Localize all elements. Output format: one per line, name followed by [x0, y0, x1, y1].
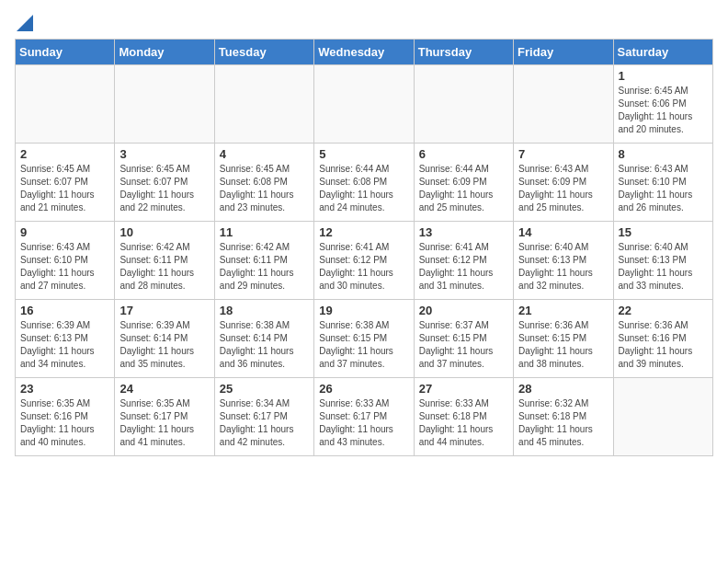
- day-info: Sunrise: 6:44 AM Sunset: 6:08 PM Dayligh…: [319, 163, 408, 214]
- calendar-cell: 16Sunrise: 6:39 AM Sunset: 6:13 PM Dayli…: [16, 300, 115, 378]
- column-header-wednesday: Wednesday: [314, 40, 414, 65]
- day-number: 20: [419, 304, 508, 317]
- calendar-cell: 18Sunrise: 6:38 AM Sunset: 6:14 PM Dayli…: [214, 300, 313, 378]
- calendar-cell: 14Sunrise: 6:40 AM Sunset: 6:13 PM Dayli…: [514, 222, 613, 300]
- calendar-week-row: 9Sunrise: 6:43 AM Sunset: 6:10 PM Daylig…: [16, 222, 713, 300]
- header: [15, 15, 713, 31]
- calendar-cell: [613, 378, 712, 456]
- calendar-week-row: 16Sunrise: 6:39 AM Sunset: 6:13 PM Dayli…: [16, 300, 713, 378]
- day-info: Sunrise: 6:43 AM Sunset: 6:10 PM Dayligh…: [619, 163, 708, 214]
- day-number: 15: [619, 225, 708, 239]
- day-number: 6: [419, 147, 508, 161]
- day-info: Sunrise: 6:35 AM Sunset: 6:17 PM Dayligh…: [119, 397, 209, 449]
- calendar-cell: 26Sunrise: 6:33 AM Sunset: 6:17 PM Dayli…: [314, 378, 414, 456]
- calendar-cell: 9Sunrise: 6:43 AM Sunset: 6:10 PM Daylig…: [16, 222, 115, 300]
- calendar-cell: [115, 65, 214, 144]
- day-info: Sunrise: 6:45 AM Sunset: 6:07 PM Dayligh…: [119, 163, 209, 214]
- calendar-cell: 12Sunrise: 6:41 AM Sunset: 6:12 PM Dayli…: [314, 222, 414, 300]
- calendar-cell: 13Sunrise: 6:41 AM Sunset: 6:12 PM Dayli…: [414, 222, 513, 300]
- day-info: Sunrise: 6:36 AM Sunset: 6:15 PM Dayligh…: [518, 319, 608, 371]
- calendar-table: SundayMondayTuesdayWednesdayThursdayFrid…: [15, 39, 713, 456]
- day-info: Sunrise: 6:42 AM Sunset: 6:11 PM Dayligh…: [220, 241, 309, 293]
- day-number: 11: [220, 225, 309, 239]
- day-number: 18: [220, 304, 309, 317]
- calendar-cell: 5Sunrise: 6:44 AM Sunset: 6:08 PM Daylig…: [314, 144, 414, 222]
- calendar-week-row: 1Sunrise: 6:45 AM Sunset: 6:06 PM Daylig…: [16, 65, 713, 144]
- calendar-cell: 6Sunrise: 6:44 AM Sunset: 6:09 PM Daylig…: [414, 144, 513, 222]
- calendar-cell: 2Sunrise: 6:45 AM Sunset: 6:07 PM Daylig…: [16, 144, 115, 222]
- calendar-body: 1Sunrise: 6:45 AM Sunset: 6:06 PM Daylig…: [16, 65, 713, 456]
- calendar-cell: 21Sunrise: 6:36 AM Sunset: 6:15 PM Dayli…: [514, 300, 613, 378]
- calendar-cell: 17Sunrise: 6:39 AM Sunset: 6:14 PM Dayli…: [115, 300, 214, 378]
- day-number: 10: [119, 225, 209, 239]
- day-number: 7: [518, 147, 608, 161]
- calendar-cell: [314, 65, 414, 144]
- calendar-cell: 8Sunrise: 6:43 AM Sunset: 6:10 PM Daylig…: [613, 144, 712, 222]
- day-info: Sunrise: 6:39 AM Sunset: 6:14 PM Dayligh…: [119, 319, 209, 371]
- day-number: 14: [518, 225, 608, 239]
- column-header-tuesday: Tuesday: [214, 40, 313, 65]
- day-number: 25: [220, 382, 309, 396]
- day-info: Sunrise: 6:40 AM Sunset: 6:13 PM Dayligh…: [619, 241, 708, 293]
- svg-marker-0: [17, 15, 33, 31]
- column-header-friday: Friday: [514, 40, 613, 65]
- day-number: 5: [319, 147, 408, 161]
- day-info: Sunrise: 6:45 AM Sunset: 6:07 PM Dayligh…: [20, 163, 109, 214]
- day-info: Sunrise: 6:43 AM Sunset: 6:10 PM Dayligh…: [20, 241, 109, 293]
- day-info: Sunrise: 6:42 AM Sunset: 6:11 PM Dayligh…: [119, 241, 209, 293]
- calendar-cell: 4Sunrise: 6:45 AM Sunset: 6:08 PM Daylig…: [214, 144, 313, 222]
- day-info: Sunrise: 6:45 AM Sunset: 6:06 PM Dayligh…: [619, 85, 708, 136]
- day-info: Sunrise: 6:32 AM Sunset: 6:18 PM Dayligh…: [518, 397, 608, 449]
- day-info: Sunrise: 6:45 AM Sunset: 6:08 PM Dayligh…: [220, 163, 309, 214]
- column-header-sunday: Sunday: [16, 40, 115, 65]
- calendar-cell: 22Sunrise: 6:36 AM Sunset: 6:16 PM Dayli…: [613, 300, 712, 378]
- calendar-cell: 3Sunrise: 6:45 AM Sunset: 6:07 PM Daylig…: [115, 144, 214, 222]
- day-number: 27: [419, 382, 508, 396]
- day-info: Sunrise: 6:38 AM Sunset: 6:15 PM Dayligh…: [319, 319, 408, 371]
- day-info: Sunrise: 6:37 AM Sunset: 6:15 PM Dayligh…: [419, 319, 508, 371]
- day-info: Sunrise: 6:44 AM Sunset: 6:09 PM Dayligh…: [419, 163, 508, 214]
- day-info: Sunrise: 6:39 AM Sunset: 6:13 PM Dayligh…: [20, 319, 109, 371]
- calendar-cell: 25Sunrise: 6:34 AM Sunset: 6:17 PM Dayli…: [214, 378, 313, 456]
- day-number: 13: [419, 225, 508, 239]
- calendar-cell: 19Sunrise: 6:38 AM Sunset: 6:15 PM Dayli…: [314, 300, 414, 378]
- day-number: 4: [220, 147, 309, 161]
- day-info: Sunrise: 6:41 AM Sunset: 6:12 PM Dayligh…: [319, 241, 408, 293]
- calendar-cell: 15Sunrise: 6:40 AM Sunset: 6:13 PM Dayli…: [613, 222, 712, 300]
- day-number: 12: [319, 225, 408, 239]
- day-number: 1: [619, 69, 708, 83]
- day-number: 16: [20, 304, 109, 317]
- day-number: 2: [20, 147, 109, 161]
- column-header-saturday: Saturday: [613, 40, 712, 65]
- calendar-cell: 11Sunrise: 6:42 AM Sunset: 6:11 PM Dayli…: [214, 222, 313, 300]
- day-number: 9: [20, 225, 109, 239]
- column-header-monday: Monday: [115, 40, 214, 65]
- day-number: 26: [319, 382, 408, 396]
- day-number: 28: [518, 382, 608, 396]
- calendar-cell: 7Sunrise: 6:43 AM Sunset: 6:09 PM Daylig…: [514, 144, 613, 222]
- day-info: Sunrise: 6:33 AM Sunset: 6:17 PM Dayligh…: [319, 397, 408, 449]
- day-number: 22: [619, 304, 708, 317]
- calendar-cell: 24Sunrise: 6:35 AM Sunset: 6:17 PM Dayli…: [115, 378, 214, 456]
- calendar-cell: 1Sunrise: 6:45 AM Sunset: 6:06 PM Daylig…: [613, 65, 712, 144]
- logo: [15, 15, 33, 31]
- day-info: Sunrise: 6:35 AM Sunset: 6:16 PM Dayligh…: [20, 397, 109, 449]
- day-info: Sunrise: 6:43 AM Sunset: 6:09 PM Dayligh…: [518, 163, 608, 214]
- day-number: 21: [518, 304, 608, 317]
- calendar-cell: [414, 65, 513, 144]
- calendar-week-row: 2Sunrise: 6:45 AM Sunset: 6:07 PM Daylig…: [16, 144, 713, 222]
- day-info: Sunrise: 6:36 AM Sunset: 6:16 PM Dayligh…: [619, 319, 708, 371]
- calendar-cell: [214, 65, 313, 144]
- column-header-thursday: Thursday: [414, 40, 513, 65]
- calendar-cell: 23Sunrise: 6:35 AM Sunset: 6:16 PM Dayli…: [16, 378, 115, 456]
- day-number: 19: [319, 304, 408, 317]
- calendar-header-row: SundayMondayTuesdayWednesdayThursdayFrid…: [16, 40, 713, 65]
- day-info: Sunrise: 6:38 AM Sunset: 6:14 PM Dayligh…: [220, 319, 309, 371]
- day-number: 3: [119, 147, 209, 161]
- day-number: 23: [20, 382, 109, 396]
- calendar-week-row: 23Sunrise: 6:35 AM Sunset: 6:16 PM Dayli…: [16, 378, 713, 456]
- calendar-cell: 10Sunrise: 6:42 AM Sunset: 6:11 PM Dayli…: [115, 222, 214, 300]
- logo-triangle-icon: [17, 15, 33, 31]
- day-number: 17: [119, 304, 209, 317]
- calendar-cell: 27Sunrise: 6:33 AM Sunset: 6:18 PM Dayli…: [414, 378, 513, 456]
